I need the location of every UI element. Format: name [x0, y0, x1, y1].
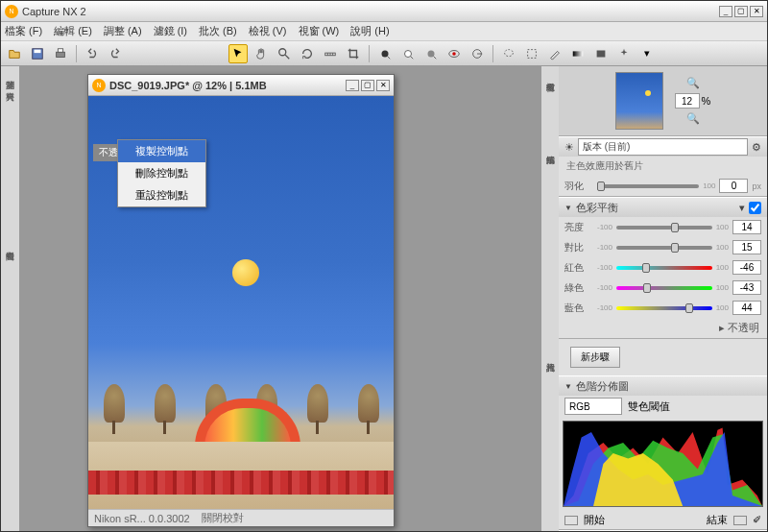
feather-value[interactable] — [719, 179, 748, 193]
menu-filter[interactable]: 濾鏡 (I) — [154, 24, 187, 38]
color-balance-enable[interactable] — [749, 202, 761, 214]
redeye-tool[interactable] — [444, 44, 464, 63]
slider-1[interactable] — [616, 246, 712, 250]
slider-value-0[interactable] — [732, 220, 761, 234]
control-point-tool[interactable] — [468, 44, 487, 63]
toolbar: ▾ — [1, 41, 767, 66]
svg-point-17 — [452, 52, 456, 56]
version-dropdown[interactable]: 版本 (目前) — [578, 138, 748, 156]
menu-file[interactable]: 檔案 (F) — [5, 24, 42, 38]
dropdown-icon[interactable]: ▾ — [739, 202, 745, 214]
marquee-tool[interactable] — [522, 44, 541, 63]
svg-point-14 — [428, 50, 435, 57]
image-canvas[interactable]: 不透 複製控制點 刪除控制點 重設控制點 — [88, 96, 394, 509]
menu-help[interactable]: 說明 (H) — [350, 24, 389, 38]
menubar: 檔案 (F) 編輯 (E) 調整 (A) 濾鏡 (I) 批次 (B) 檢視 (V… — [1, 22, 767, 41]
ctx-copy-control-point[interactable]: 複製控制點 — [118, 140, 205, 162]
sub-maximize-button[interactable]: ▢ — [361, 80, 374, 91]
version-header[interactable]: ☀ 版本 (目前) ⚙ — [559, 137, 767, 157]
rtab-birdview[interactable]: 鳥瞰視窗 — [543, 70, 558, 82]
straighten-tool[interactable] — [321, 44, 340, 63]
zoom-input[interactable] — [675, 93, 700, 109]
start-label: 開始 — [584, 513, 605, 527]
end-label: 結束 — [707, 513, 728, 527]
left-tab-folder[interactable]: 資料夾 — [4, 82, 16, 89]
fill-tool[interactable] — [591, 44, 611, 63]
end-swatch[interactable] — [733, 516, 747, 525]
slider-label-2: 紅色 — [564, 261, 593, 275]
menu-adjust[interactable]: 調整 (A) — [104, 24, 142, 38]
channel-dropdown[interactable]: RGB — [564, 398, 622, 415]
app-icon: N — [5, 5, 18, 18]
svg-line-5 — [285, 54, 289, 58]
ctx-delete-control-point[interactable]: 刪除控制點 — [118, 162, 205, 184]
close-button[interactable]: ✕ — [750, 6, 763, 17]
mask-label: 主色效應用於舊片 — [559, 157, 767, 176]
zoom-out-icon[interactable]: 🔍 — [686, 112, 700, 125]
slider-2[interactable] — [616, 266, 712, 270]
hand-tool[interactable] — [252, 44, 271, 63]
main-window: N Capture NX 2 _ ▢ ✕ 檔案 (F) 編輯 (E) 調整 (A… — [0, 0, 768, 532]
neutral-point-tool[interactable] — [421, 44, 441, 63]
brush-tool[interactable] — [545, 44, 564, 63]
rtab-photoinfo[interactable]: 相片資訊 — [543, 351, 558, 362]
gear-icon[interactable]: ⚙ — [752, 141, 761, 154]
white-point-tool[interactable] — [398, 44, 418, 63]
sub-minimize-button[interactable]: _ — [346, 80, 359, 91]
start-swatch[interactable] — [564, 516, 578, 525]
menu-window[interactable]: 視窗 (W) — [299, 24, 340, 38]
slider-3[interactable] — [616, 286, 712, 290]
eyedropper-icon[interactable]: ✐ — [753, 514, 761, 526]
context-menu: 複製控制點 刪除控制點 重設控制點 — [117, 139, 206, 207]
slider-value-1[interactable] — [732, 240, 761, 254]
slider-value-4[interactable] — [732, 301, 761, 315]
slider-value-2[interactable] — [732, 260, 761, 275]
zoom-tool[interactable] — [275, 44, 294, 63]
app-title: Capture NX 2 — [22, 6, 719, 17]
zoom-unit: % — [702, 95, 711, 107]
histogram-header[interactable]: ▼ 色階分佈圖 — [559, 376, 767, 396]
zoom-in-icon[interactable]: 🔍 — [686, 77, 700, 89]
undo-icon[interactable] — [83, 44, 102, 63]
new-step-button[interactable]: 新步驟 — [570, 347, 620, 368]
rtab-editlist[interactable]: 編輯清單 — [543, 143, 558, 155]
opacity-link[interactable]: ▸ 不透明 — [719, 322, 759, 333]
print-icon[interactable] — [51, 44, 70, 63]
left-tab-metadata[interactable]: 中繼資料 — [4, 241, 16, 249]
sun-icon: ☀ — [564, 141, 574, 154]
color-balance-header[interactable]: ▼ 色彩平衡 ▾ — [559, 198, 767, 217]
feather-slider[interactable] — [597, 184, 699, 188]
menu-view[interactable]: 檢視 (V) — [249, 24, 287, 38]
slider-label-4: 藍色 — [564, 302, 593, 315]
slider-4[interactable] — [616, 306, 712, 310]
redo-icon[interactable] — [106, 44, 125, 63]
pointer-tool[interactable] — [228, 44, 248, 63]
rotate-tool[interactable] — [298, 44, 317, 63]
titlebar: N Capture NX 2 _ ▢ ✕ — [1, 1, 767, 22]
menu-edit[interactable]: 編輯 (E) — [54, 24, 92, 38]
lasso-tool[interactable] — [499, 44, 518, 63]
image-statusbar: Nikon sR... 0.0.3002 關閉校對 — [88, 509, 394, 526]
flowers — [88, 471, 394, 495]
svg-rect-2 — [57, 52, 65, 57]
ctx-reset-control-point[interactable]: 重設控制點 — [118, 184, 205, 206]
minimize-button[interactable]: _ — [719, 6, 732, 17]
menu-batch[interactable]: 批次 (B) — [199, 24, 237, 38]
sub-close-button[interactable]: ✕ — [376, 80, 390, 91]
black-point-tool[interactable] — [375, 44, 395, 63]
save-icon[interactable] — [28, 44, 47, 63]
svg-rect-21 — [528, 49, 537, 58]
crop-tool[interactable] — [344, 44, 363, 63]
slider-0[interactable] — [616, 226, 712, 230]
left-tab-browser[interactable]: 瀏覽器 — [4, 70, 16, 78]
thumbnail[interactable] — [615, 72, 663, 130]
dropdown-arrow-icon[interactable]: ▾ — [637, 44, 657, 63]
open-icon[interactable] — [5, 44, 24, 63]
gradient-tool[interactable] — [568, 44, 588, 63]
slider-value-3[interactable] — [732, 280, 761, 295]
svg-rect-22 — [573, 51, 584, 56]
maximize-button[interactable]: ▢ — [734, 6, 748, 17]
slider-label-0: 亮度 — [564, 221, 593, 234]
doc-icon: N — [92, 79, 106, 92]
wand-tool[interactable] — [614, 44, 634, 63]
